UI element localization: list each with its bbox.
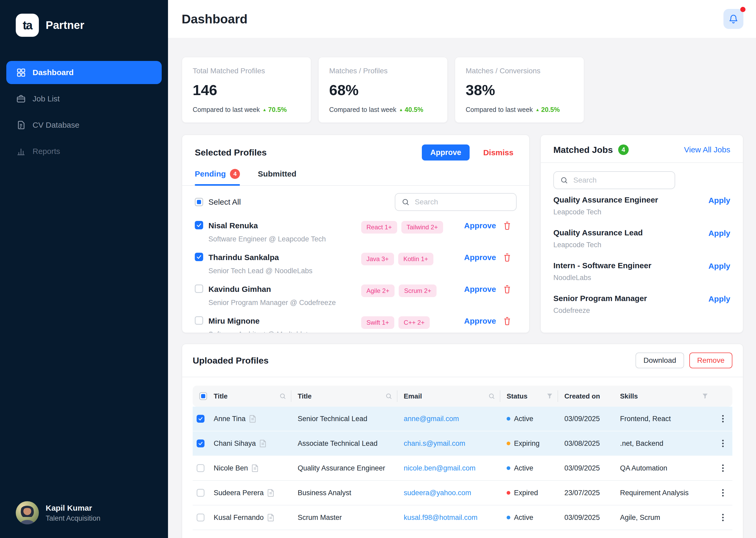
up-arrow-icon: ▲ bbox=[399, 107, 403, 112]
briefcase-icon bbox=[16, 93, 26, 104]
sidebar-item-cv-database[interactable]: CV Database bbox=[6, 114, 162, 136]
sidebar-item-job-list[interactable]: Job List bbox=[6, 87, 162, 110]
tab-pending[interactable]: Pending 4 bbox=[195, 169, 240, 185]
dismiss-button[interactable]: Dismiss bbox=[480, 148, 517, 158]
download-button[interactable]: Download bbox=[636, 352, 684, 368]
delete-profile-button[interactable] bbox=[503, 285, 517, 296]
trash-icon bbox=[503, 253, 511, 262]
row-menu-button[interactable] bbox=[714, 481, 732, 505]
apply-link[interactable]: Apply bbox=[708, 196, 730, 205]
profile-info: Kavindu Gimhan Senior Program Manager @ … bbox=[209, 285, 361, 307]
column-search-button[interactable] bbox=[488, 393, 495, 400]
search-icon bbox=[560, 176, 568, 184]
stat-card-matches-conversions: Matches / Conversions 38% Compared to la… bbox=[455, 57, 584, 123]
cell-email: nicole.ben@gmail.com bbox=[398, 464, 500, 472]
profile-checkbox[interactable] bbox=[195, 253, 203, 261]
delete-profile-button[interactable] bbox=[503, 253, 517, 264]
apply-link[interactable]: Apply bbox=[708, 262, 730, 271]
delete-profile-button[interactable] bbox=[503, 316, 517, 328]
skill-tag: Tailwind 2+ bbox=[402, 221, 443, 234]
row-menu-button[interactable] bbox=[714, 431, 732, 456]
row-menu-button[interactable] bbox=[714, 506, 732, 530]
profile-name: Tharindu Sankalpa bbox=[209, 253, 361, 262]
view-all-jobs-link[interactable]: View All Jobs bbox=[684, 145, 730, 154]
row-checkbox[interactable] bbox=[197, 440, 205, 447]
profile-checkbox[interactable] bbox=[195, 285, 203, 293]
row-approve-link[interactable]: Approve bbox=[464, 253, 503, 262]
row-menu-button[interactable] bbox=[714, 530, 732, 538]
selected-profiles-body: Select All Nisal Renuka bbox=[182, 186, 529, 333]
select-all-checkbox[interactable] bbox=[195, 198, 203, 206]
document-icon bbox=[16, 120, 26, 130]
stat-compare: Compared to last week ▲20.5% bbox=[466, 106, 573, 114]
apply-link[interactable]: Apply bbox=[708, 229, 730, 238]
approve-button[interactable]: Approve bbox=[422, 144, 470, 161]
row-approve-link[interactable]: Approve bbox=[464, 316, 503, 326]
stat-compare: Compared to last week ▲70.5% bbox=[193, 106, 300, 114]
skill-tag: Kotlin 1+ bbox=[398, 253, 433, 265]
pending-profiles-list: Nisal Renuka Software Engineer @ Leapcod… bbox=[195, 216, 517, 333]
column-header-title-1: Title bbox=[214, 386, 291, 407]
email-link[interactable]: sudeera@yahoo.com bbox=[404, 489, 471, 497]
email-link[interactable]: kusal.f98@hotmail.com bbox=[404, 513, 478, 522]
row-checkbox[interactable] bbox=[197, 489, 205, 497]
email-link[interactable]: nicole.ben@gmail.com bbox=[404, 464, 476, 472]
profiles-search-input[interactable] bbox=[414, 197, 510, 207]
avatar-image bbox=[16, 501, 39, 524]
profile-row: Kavindu Gimhan Senior Program Manager @ … bbox=[195, 280, 517, 311]
sidebar-item-dashboard[interactable]: Dashboard bbox=[6, 61, 162, 84]
column-header-actions bbox=[714, 386, 732, 407]
job-title: Quality Assurance Engineer bbox=[553, 195, 708, 204]
row-approve-link[interactable]: Approve bbox=[464, 285, 503, 294]
jobs-search bbox=[553, 171, 675, 189]
trash-icon bbox=[503, 221, 511, 230]
cell-skills: Agile, Scrum bbox=[619, 513, 714, 522]
trash-icon bbox=[503, 285, 511, 294]
remove-button[interactable]: Remove bbox=[689, 352, 732, 368]
job-row: Quality Assurance Lead Leapcode Tech App… bbox=[553, 228, 730, 249]
sidebar-item-reports[interactable]: Reports bbox=[6, 140, 162, 163]
bar-chart-icon bbox=[16, 146, 26, 157]
profile-checkbox[interactable] bbox=[195, 221, 203, 229]
apply-link[interactable]: Apply bbox=[708, 295, 730, 303]
tab-submitted[interactable]: Submitted bbox=[258, 169, 296, 185]
column-search-button[interactable] bbox=[385, 393, 392, 400]
delete-profile-button[interactable] bbox=[503, 221, 517, 233]
column-search-button[interactable] bbox=[279, 393, 286, 400]
row-checkbox[interactable] bbox=[197, 415, 205, 423]
job-row: Quality Assurance Engineer Leapcode Tech… bbox=[553, 195, 730, 216]
job-info: Quality Assurance Engineer Leapcode Tech bbox=[553, 195, 708, 216]
email-link[interactable]: chani.s@ymail.com bbox=[404, 440, 465, 448]
table-row: Sudeera Perera Business Analyst sudeera@… bbox=[193, 481, 732, 506]
row-menu-button[interactable] bbox=[714, 407, 732, 431]
column-filter-button[interactable] bbox=[546, 393, 553, 399]
user-account[interactable]: Kapil Kumar Talent Acquisition bbox=[0, 501, 168, 538]
row-checkbox[interactable] bbox=[197, 513, 205, 521]
document-icon bbox=[260, 440, 266, 447]
table-select-all-checkbox[interactable] bbox=[199, 392, 207, 400]
stat-value: 68% bbox=[329, 81, 437, 98]
jobs-search-input[interactable] bbox=[572, 176, 668, 185]
job-info: Intern - Software Engineer NoodleLabs bbox=[553, 261, 708, 282]
profile-name: Miru Mignone bbox=[209, 316, 361, 326]
cell-name: Chani Sihaya bbox=[214, 440, 291, 448]
cell-status: Expired bbox=[500, 489, 558, 497]
notifications-button[interactable] bbox=[724, 9, 743, 29]
stat-delta: ▲20.5% bbox=[536, 106, 560, 114]
profile-info: Miru Mignone Software Architect @ Madtab… bbox=[209, 316, 361, 333]
page-title: Dashboard bbox=[182, 12, 724, 26]
stat-value: 38% bbox=[466, 81, 573, 98]
select-all-label: Select All bbox=[209, 197, 395, 206]
profile-subtitle: Senior Program Manager @ Codefreeze bbox=[209, 299, 361, 307]
column-filter-button[interactable] bbox=[702, 393, 708, 399]
profile-checkbox[interactable] bbox=[195, 316, 203, 325]
email-link[interactable]: anne@gmail.com bbox=[404, 415, 459, 423]
row-menu-button[interactable] bbox=[714, 456, 732, 480]
column-header-title-2: Title bbox=[291, 386, 398, 407]
cell-title: Quality Assurance Engineer bbox=[291, 464, 398, 472]
matched-jobs-header: Matched Jobs 4 View All Jobs bbox=[541, 135, 743, 163]
row-approve-link[interactable]: Approve bbox=[464, 221, 503, 230]
row-checkbox[interactable] bbox=[197, 464, 205, 472]
cell-status: Active bbox=[500, 513, 558, 522]
skill-tags: React 1+ Tailwind 2+ bbox=[361, 221, 464, 234]
